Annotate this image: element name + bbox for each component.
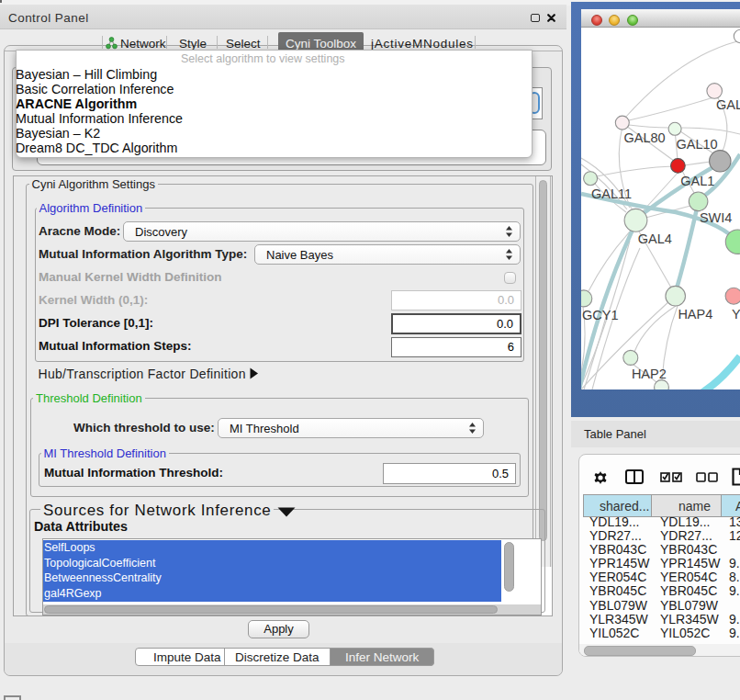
svg-text:GAL: GAL bbox=[716, 97, 740, 112]
svg-text:GAL80: GAL80 bbox=[624, 130, 666, 145]
svg-text:HAP4: HAP4 bbox=[678, 307, 712, 322]
svg-text:GAL1: GAL1 bbox=[680, 174, 714, 188]
svg-text:HAP2: HAP2 bbox=[632, 367, 667, 381]
svg-text:GCY1: GCY1 bbox=[582, 308, 619, 322]
svg-text:SWI4: SWI4 bbox=[700, 210, 732, 225]
svg-text:GAL11: GAL11 bbox=[591, 186, 632, 201]
svg-text:GAL4: GAL4 bbox=[638, 231, 672, 246]
svg-text:GAL10: GAL10 bbox=[677, 137, 718, 152]
svg-text:Y: Y bbox=[732, 307, 740, 322]
